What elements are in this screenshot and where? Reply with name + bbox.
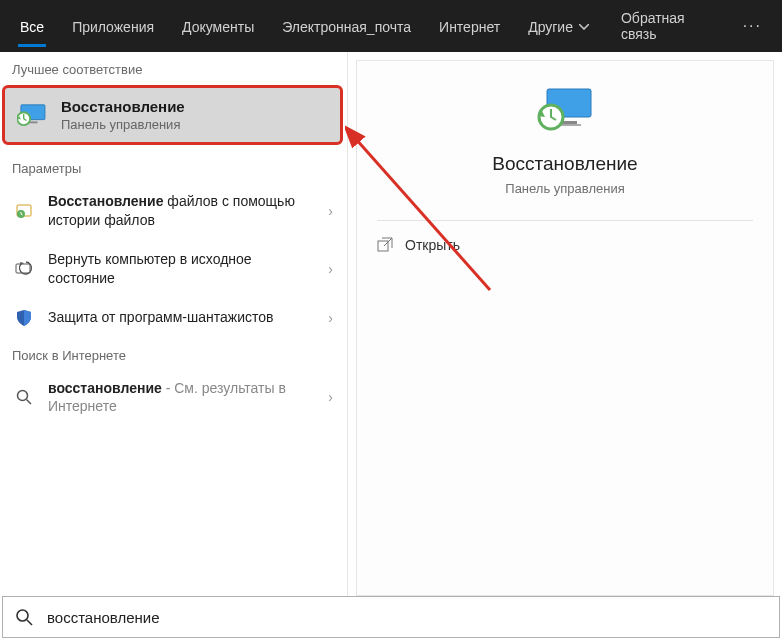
settings-item-label: Вернуть компьютер в исходное состояние xyxy=(48,250,314,288)
best-match-item[interactable]: Восстановление Панель управления xyxy=(2,85,343,145)
settings-item-label: Восстановление файлов с помощью истории … xyxy=(48,192,314,230)
tab-documents[interactable]: Документы xyxy=(170,5,266,47)
chevron-down-icon xyxy=(579,24,589,30)
chevron-right-icon: › xyxy=(328,261,333,277)
svg-point-14 xyxy=(17,610,28,621)
settings-item-label: Защита от программ-шантажистов xyxy=(48,308,314,327)
preview-subtitle: Панель управления xyxy=(377,181,753,196)
tab-all[interactable]: Все xyxy=(8,5,56,47)
chevron-right-icon: › xyxy=(328,310,333,326)
web-search-item[interactable]: восстановление - См. результаты в Интерн… xyxy=(0,369,347,427)
open-icon xyxy=(377,237,393,253)
search-bar[interactable] xyxy=(2,596,780,638)
recovery-icon xyxy=(17,103,47,127)
tab-bar: Все Приложения Документы Электронная_поч… xyxy=(0,0,782,52)
settings-item-file-history[interactable]: Восстановление файлов с помощью истории … xyxy=(0,182,347,240)
settings-item-reset-pc[interactable]: Вернуть компьютер в исходное состояние › xyxy=(0,240,347,298)
svg-line-7 xyxy=(27,400,32,405)
feedback-link[interactable]: Обратная связь xyxy=(609,10,727,42)
chevron-right-icon: › xyxy=(328,389,333,405)
svg-line-15 xyxy=(27,620,32,625)
settings-item-ransomware[interactable]: Защита от программ-шантажистов › xyxy=(0,298,347,338)
more-button[interactable]: ··· xyxy=(731,17,774,35)
shield-icon xyxy=(14,308,34,328)
open-label: Открыть xyxy=(405,237,460,253)
search-icon xyxy=(14,387,34,407)
best-match-title: Восстановление xyxy=(61,98,185,115)
svg-rect-5 xyxy=(16,264,30,273)
search-input[interactable] xyxy=(47,609,767,626)
svg-rect-12 xyxy=(378,241,388,251)
recovery-icon xyxy=(535,85,595,135)
preview-title: Восстановление xyxy=(377,153,753,175)
tab-more[interactable]: Другие xyxy=(516,5,601,47)
section-best-match: Лучшее соответствие xyxy=(0,52,347,83)
chevron-right-icon: › xyxy=(328,203,333,219)
results-panel: Лучшее соответствие Восстановление Панел… xyxy=(0,52,348,596)
best-match-subtitle: Панель управления xyxy=(61,117,185,132)
tab-apps[interactable]: Приложения xyxy=(60,5,166,47)
preview-panel: Восстановление Панель управления Открыть xyxy=(356,60,774,596)
tab-email[interactable]: Электронная_почта xyxy=(270,5,423,47)
search-icon xyxy=(15,608,33,626)
section-settings: Параметры xyxy=(0,151,347,182)
open-action[interactable]: Открыть xyxy=(357,221,773,269)
history-icon xyxy=(14,201,34,221)
tab-internet[interactable]: Интернет xyxy=(427,5,512,47)
section-web-search: Поиск в Интернете xyxy=(0,338,347,369)
reset-icon xyxy=(14,259,34,279)
svg-point-6 xyxy=(18,391,28,401)
web-search-label: восстановление - См. результаты в Интерн… xyxy=(48,379,314,417)
